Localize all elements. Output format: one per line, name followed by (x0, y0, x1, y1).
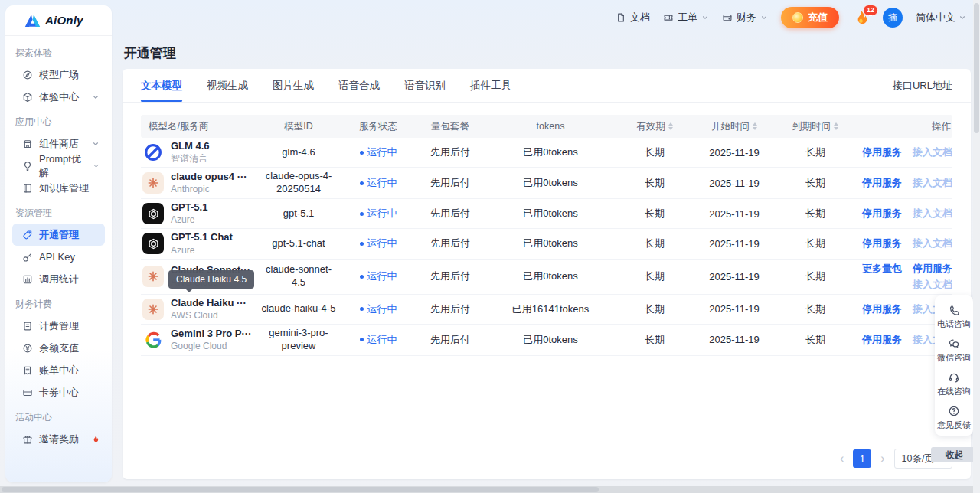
start-date: 2025-11-19 (694, 147, 775, 158)
integration-doc-link[interactable]: 接入文档 (913, 237, 952, 250)
sidebar-item-billing-management[interactable]: 计费管理 (12, 315, 105, 337)
sidebar-item-usage-statistics[interactable]: 调用统计 (12, 268, 105, 290)
start-date: 2025-11-19 (694, 238, 775, 250)
recharge-button[interactable]: 充值 (781, 7, 839, 28)
end-date: 长期 (775, 207, 856, 220)
validity: 长期 (616, 207, 694, 220)
model-provider: Google Cloud (171, 341, 227, 351)
integration-doc-link[interactable]: 接入文档 (913, 145, 952, 159)
coin-yuan-icon (22, 343, 33, 354)
brand-logo[interactable]: AiOnly (5, 5, 112, 36)
package-type: 先用后付 (415, 302, 485, 316)
sidebar-item-label: API Key (39, 251, 75, 263)
more-packages-link[interactable]: 更多量包 (862, 262, 902, 276)
stop-service-link[interactable]: 停用服务 (862, 176, 902, 190)
sidebar-item-activation-management[interactable]: 开通管理 (12, 224, 105, 246)
sidebar-item-api-key[interactable]: API Key (12, 246, 105, 268)
coin-icon (792, 12, 803, 23)
online-support-item[interactable]: 在线咨询 (935, 371, 973, 396)
tab-text-models[interactable]: 文本模型 (141, 69, 182, 102)
prev-page-button[interactable]: ‹ (838, 452, 845, 465)
col-header-actions: 操作 (856, 120, 952, 133)
chevron-down-icon (959, 14, 966, 21)
language-selector[interactable]: 简体中文 (916, 11, 966, 24)
col-header-model-id: 模型ID (256, 120, 341, 133)
tag-icon (22, 230, 33, 240)
sidebar-item-bill-center[interactable]: 账单中心 (12, 359, 105, 381)
service-status: 运行中 (341, 176, 415, 190)
sort-icon[interactable] (753, 122, 757, 130)
integration-doc-link[interactable]: 接入文档 (913, 176, 952, 190)
vertical-scrollbar-thumb[interactable] (974, 3, 979, 133)
topbar-tickets[interactable]: 工单 (663, 11, 709, 24)
col-header-end: 到期时间 (775, 120, 856, 133)
phone-support-item[interactable]: 电话咨询 (935, 304, 973, 328)
service-status: 运行中 (341, 333, 415, 347)
notification-badge: 12 (863, 5, 878, 16)
sidebar-item-label: 账单中心 (39, 364, 79, 377)
validity: 长期 (616, 145, 694, 159)
sidebar-nav: 探索体验 模型广场 体验中心 应用中心 组件商店 Prompt优解 知识库管理 … (5, 36, 112, 453)
notification-flame[interactable]: 12 (852, 9, 870, 27)
topbar-docs[interactable]: 文档 (616, 11, 650, 24)
tab-speech-recognition[interactable]: 语音识别 (404, 69, 446, 102)
sidebar-item-prompt-optimizer[interactable]: Prompt优解 (12, 155, 105, 177)
table-row: GPT-5.1Azure gpt-5.1 运行中 先用后付 已用0tokens … (141, 199, 952, 229)
support-item-label: 在线咨询 (937, 387, 971, 396)
collapse-button[interactable]: 收起 (931, 447, 978, 462)
model-provider: Anthropic (171, 184, 210, 194)
tabs-row: 文本模型 视频生成 图片生成 语音合成 语音识别 插件工具 接口URL地址 (122, 69, 971, 103)
status-dot (360, 151, 364, 155)
next-page-button[interactable]: › (879, 452, 886, 465)
feedback-support-item[interactable]: 意见反馈 (935, 405, 973, 429)
tab-speech-synthesis[interactable]: 语音合成 (338, 69, 380, 102)
status-dot (360, 212, 364, 216)
anthropic-logo-icon (142, 299, 164, 320)
sidebar-item-label: 卡券中心 (39, 386, 79, 400)
horizontal-scrollbar[interactable] (0, 486, 980, 493)
stop-service-link[interactable]: 停用服务 (862, 302, 902, 316)
current-page[interactable]: 1 (853, 449, 871, 468)
sidebar-section-title: 探索体验 (15, 47, 102, 60)
zhipu-logo-icon (142, 142, 164, 163)
service-status: 运行中 (341, 237, 415, 250)
model-id: glm-4.6 (256, 146, 341, 159)
stop-service-link[interactable]: 停用服务 (862, 145, 902, 159)
hot-flame-icon (91, 434, 100, 444)
horizontal-scrollbar-thumb[interactable] (2, 487, 599, 492)
sort-icon[interactable] (668, 122, 673, 130)
tab-plugin-tools[interactable]: 插件工具 (470, 69, 511, 102)
sidebar-item-label: 邀请奖励 (39, 433, 79, 446)
start-date: 2025-11-19 (694, 271, 775, 282)
vertical-scrollbar[interactable] (973, 0, 980, 493)
chevron-down-icon (92, 93, 100, 101)
integration-doc-link[interactable]: 接入文档 (913, 278, 952, 292)
end-date: 长期 (775, 269, 856, 283)
stop-service-link[interactable]: 停用服务 (913, 262, 952, 276)
stop-service-link[interactable]: 停用服务 (862, 237, 902, 250)
sidebar-item-coupon-center[interactable]: 卡券中心 (12, 381, 105, 403)
topbar-finance[interactable]: 财务 (722, 11, 768, 24)
key-icon (22, 252, 33, 263)
sidebar-item-knowledge-base[interactable]: 知识库管理 (12, 177, 105, 199)
sidebar-item-model-plaza[interactable]: 模型广场 (12, 64, 105, 86)
integration-doc-link[interactable]: 接入文档 (913, 207, 952, 220)
sidebar-section-title: 活动中心 (15, 411, 102, 424)
sidebar-section-title: 应用中心 (15, 116, 102, 129)
sidebar-item-balance-recharge[interactable]: 余额充值 (12, 337, 105, 359)
tab-video-generation[interactable]: 视频生成 (207, 69, 248, 102)
wechat-support-item[interactable]: 微信咨询 (935, 338, 973, 362)
stop-service-link[interactable]: 停用服务 (862, 207, 902, 220)
validity: 长期 (616, 176, 694, 190)
stop-service-link[interactable]: 停用服务 (862, 333, 902, 347)
tokens-used: 已用0tokens (485, 333, 616, 347)
sort-icon[interactable] (834, 122, 838, 130)
user-avatar[interactable]: 摘 (883, 8, 903, 28)
end-date: 长期 (775, 333, 856, 347)
api-url-link[interactable]: 接口URL地址 (893, 79, 952, 93)
sidebar-item-invite-rewards[interactable]: 邀请奖励 (12, 428, 105, 450)
support-item-label: 微信咨询 (937, 353, 971, 362)
sidebar-item-experience-center[interactable]: 体验中心 (12, 86, 105, 108)
tab-image-generation[interactable]: 图片生成 (273, 69, 314, 102)
model-provider: Azure (171, 214, 194, 225)
